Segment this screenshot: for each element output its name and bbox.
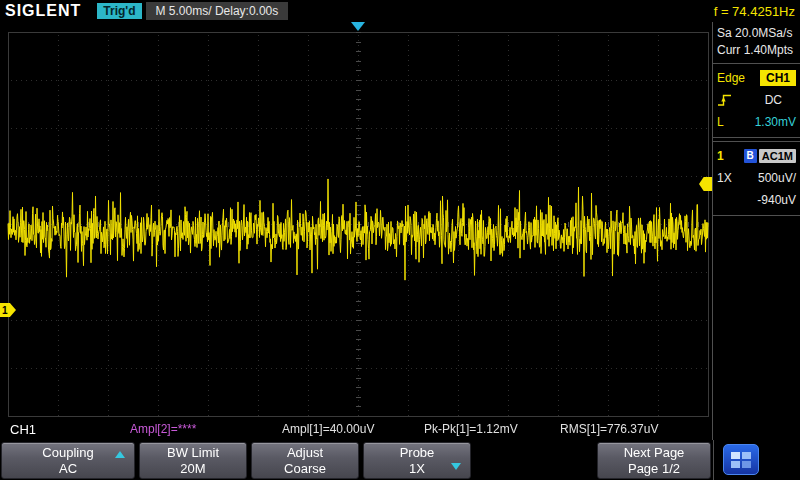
trigger-info: Edge CH1 DC L 1.30mV [713,64,800,138]
softkey-value: 1X [409,461,425,477]
ch1-marker-label: 1 [2,305,8,316]
softkey-title: Coupling [42,445,93,461]
trigger-source-badge[interactable]: CH1 [760,70,796,86]
softkey-title: Adjust [287,445,323,461]
trigger-position-marker[interactable] [351,22,365,31]
trigger-status-badge: Trig'd [97,3,141,19]
waveform-display: 1 [0,22,712,420]
status-sidebar: Sa 20.0MSa/s Curr 1.40Mpts Edge CH1 DC L… [712,22,800,440]
trigger-level-value: 1.30mV [755,115,796,129]
softkey-value: Coarse [284,461,326,477]
softkey-probe[interactable]: Probe 1X [363,442,471,479]
acquisition-info: Sa 20.0MSa/s Curr 1.40Mpts [713,22,800,64]
measurement-ampl-ch1: Ampl[1]=40.00uV [282,419,374,440]
probe-attenuation: 1X [717,171,732,185]
measurement-pkpk-ch1: Pk-Pk[1]=1.12mV [424,419,518,440]
page-indicator-icon[interactable] [723,444,759,475]
coupling-badge: AC1M [759,149,796,163]
softkey-next-page[interactable]: Next Page Page 1/2 [597,442,711,479]
timebase-readout: M 5.00ms/ Delay:0.00s [146,2,289,20]
top-bar: SIGLENT Trig'd M 5.00ms/ Delay:0.00s f =… [0,0,800,22]
channel-number: 1 [717,149,724,163]
oscilloscope-screen: SIGLENT Trig'd M 5.00ms/ Delay:0.00s f =… [0,0,800,480]
frequency-counter: f = 74.4251Hz [714,4,795,19]
brand-logo: SIGLENT [5,2,81,20]
softkey-adjust[interactable]: Adjust Coarse [251,442,359,479]
volts-per-div: 500uV/ [758,171,796,185]
active-channel-label: CH1 [10,419,36,440]
waveform-canvas [0,22,712,420]
trigger-type: Edge [717,71,745,85]
softkey-title: Next Page [624,445,685,461]
bandwidth-badge: B [744,149,757,163]
softkey-menu: Coupling AC BW Limit 20M Adjust Coarse P… [0,440,800,480]
memory-depth: Curr 1.40Mpts [717,42,796,59]
softkey-title: Probe [400,445,435,461]
measurement-bar: CH1 Ampl[2]=**** Ampl[1]=40.00uV Pk-Pk[1… [0,419,712,440]
measurement-ampl-ch2: Ampl[2]=**** [130,419,196,440]
channel-offset: -940uV [757,193,796,207]
trigger-level-label: L [717,115,724,129]
softkey-value: AC [59,461,77,477]
sample-rate: Sa 20.0MSa/s [717,25,796,42]
channel-info[interactable]: 1 B AC1M 1X 500uV/ -940uV [713,141,800,216]
softkey-coupling[interactable]: Coupling AC [1,442,135,479]
trigger-coupling: DC [765,93,782,107]
softkey-value: Page 1/2 [628,461,680,477]
down-arrow-icon [451,463,461,470]
softkey-bw-limit[interactable]: BW Limit 20M [139,442,247,479]
softkey-value: 20M [180,461,205,477]
measurement-rms-ch1: RMS[1]=776.37uV [560,419,658,440]
softkey-title: BW Limit [167,445,219,461]
up-arrow-icon [115,451,125,458]
rising-edge-icon [717,93,732,108]
menu-right-area [713,440,800,480]
